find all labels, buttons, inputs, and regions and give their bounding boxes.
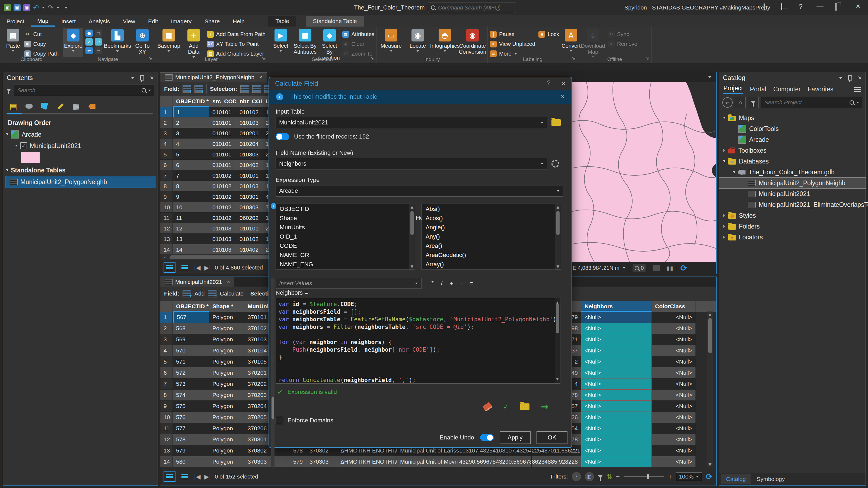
layer-symbol-swatch[interactable] <box>21 152 40 163</box>
ribbon-tab-share[interactable]: Share <box>198 16 226 27</box>
table-cell[interactable]: 575 <box>173 401 209 412</box>
table-cell[interactable]: 010101 <box>236 170 262 181</box>
table-cell[interactable]: 2 <box>173 118 209 128</box>
filter-table-icon[interactable] <box>598 475 603 478</box>
home-icon[interactable]: ⌂ <box>735 97 746 108</box>
row-number-cell[interactable]: 13 <box>160 234 173 244</box>
catalog-item-locators[interactable]: ⌂Locators <box>719 232 866 242</box>
row-number-cell[interactable]: 2 <box>160 118 173 128</box>
row-number-cell[interactable]: 6 <box>160 160 173 170</box>
close-tab-icon[interactable]: × <box>227 279 230 285</box>
table-cell[interactable]: 13 <box>173 234 209 244</box>
ribbon-button-select[interactable]: ▶Select <box>270 28 291 57</box>
neighbors-cell[interactable]: <Null> <box>581 334 652 345</box>
row-number-cell[interactable]: 12 <box>160 223 173 234</box>
helper-item-areageodetic[interactable]: AreaGeodetic() <box>422 250 561 259</box>
helper-item-area[interactable]: Area() <box>422 241 561 250</box>
row-number-cell[interactable]: 9 <box>160 191 173 202</box>
colorclass-cell[interactable]: <Null> <box>652 423 696 434</box>
row-number-cell[interactable]: 7 <box>160 170 173 181</box>
enforce-domains-checkbox[interactable] <box>276 417 283 424</box>
table-row[interactable]: 14580Polygon370303579370303ΔΗΜΟΤΙΚΗ ΕΝΟΤ… <box>160 456 716 467</box>
expand-arrow-icon[interactable] <box>723 214 725 217</box>
hidden-tabs-chevron-icon[interactable] <box>708 76 712 78</box>
row-number-cell[interactable]: 1 <box>160 107 173 118</box>
catalog-search[interactable] <box>761 97 862 108</box>
customize-qat-icon[interactable] <box>65 7 68 9</box>
colorclass-cell[interactable]: <Null> <box>652 412 696 423</box>
table-cell[interactable]: 9 <box>173 191 209 202</box>
ribbon-contextual-tab-standalone-table[interactable]: Standalone Table <box>306 16 364 27</box>
row-number-cell[interactable]: 11 <box>160 213 173 223</box>
ribbon-tab-insert[interactable]: Insert <box>55 16 82 27</box>
ribbon-button-explore[interactable]: ◆Explore <box>63 28 83 57</box>
collapse-arrow-icon[interactable] <box>723 117 725 119</box>
ribbon-button-copy[interactable]: ▣Copy <box>24 39 59 48</box>
neighbors-cell[interactable]: <Null> <box>581 434 652 445</box>
catalog-search-input[interactable] <box>764 99 847 106</box>
notifications-bell-icon[interactable] <box>781 4 782 10</box>
expand-arrow-icon[interactable] <box>6 169 8 172</box>
column-header-objectid[interactable]: OBJECTID * <box>173 301 209 312</box>
refresh-map-icon[interactable]: ⟳ <box>680 263 687 273</box>
expand-arrow-icon[interactable] <box>723 225 725 228</box>
table-cell[interactable]: 010303 <box>236 149 262 160</box>
table-cell[interactable]: 010103 <box>236 181 262 191</box>
neighbors-cell[interactable]: <Null> <box>581 345 652 356</box>
table-cell[interactable]: 010101 <box>209 118 236 128</box>
table-cell[interactable]: 6 <box>173 160 209 170</box>
close-icon[interactable]: × <box>150 74 154 82</box>
group-launcher-icon[interactable]: ⇲ <box>371 56 374 61</box>
column-header-colorclass[interactable]: ColorClass <box>652 301 696 312</box>
browse-folder-icon[interactable] <box>552 119 561 126</box>
filter-icon[interactable] <box>748 97 759 108</box>
list-by-labeling-icon[interactable] <box>86 101 98 112</box>
table-cell[interactable]: Polygon <box>209 312 244 323</box>
group-launcher-icon[interactable]: ⇲ <box>645 56 649 61</box>
helpers-list[interactable]: ▲▼ Abs()Acos()Angle()Any()Area()AreaGeod… <box>422 204 561 270</box>
table-cell[interactable]: 5 <box>173 149 209 160</box>
neighbors-cell[interactable]: <Null> <box>581 412 652 423</box>
minimize-button[interactable]: — <box>816 2 824 10</box>
first-record-icon[interactable]: |◀ <box>194 264 200 271</box>
catalog-tab-computer[interactable]: Computer <box>773 86 801 93</box>
select-by-attributes-icon[interactable] <box>240 85 249 93</box>
table-cell[interactable]: Polygon <box>209 356 244 367</box>
expand-arrow-icon[interactable] <box>15 145 18 147</box>
panel-menu-chevron-icon[interactable] <box>839 77 842 79</box>
select-tool-icon[interactable] <box>653 265 660 271</box>
column-header-src-code[interactable]: src_CODE <box>209 96 236 107</box>
catalog-item-maps[interactable]: Maps <box>719 112 866 123</box>
table-cell[interactable]: Polygon <box>209 401 244 412</box>
table-cell[interactable]: 010101 <box>209 128 236 138</box>
table-cell[interactable]: Polygon <box>209 379 244 390</box>
device-icon[interactable] <box>764 4 765 10</box>
close-button[interactable]: × <box>856 2 860 10</box>
zoom-slider[interactable] <box>624 476 664 477</box>
close-icon[interactable]: × <box>858 74 862 82</box>
colorclass-cell[interactable]: <Null> <box>652 445 696 456</box>
ribbon-tab-view[interactable]: View <box>116 16 142 27</box>
map-canvas[interactable] <box>570 82 716 262</box>
table-cell[interactable]: 010402 <box>236 160 262 170</box>
table-cell[interactable]: 572 <box>173 367 209 379</box>
table-cell[interactable]: 580 <box>173 456 209 467</box>
table-cell[interactable]: 571 <box>173 356 209 367</box>
table-cell[interactable]: 010103 <box>236 118 262 128</box>
contents-search-input[interactable] <box>17 87 140 94</box>
dialog-close-icon[interactable]: × <box>561 79 565 88</box>
neighbors-cell[interactable]: <Null> <box>581 323 652 334</box>
group-launcher-icon[interactable]: ⇲ <box>149 56 152 61</box>
last-record-icon[interactable]: ▶| <box>204 264 211 271</box>
dialog-help-icon[interactable]: ? <box>547 79 551 88</box>
neighbors-cell[interactable]: <Null> <box>581 356 652 367</box>
table-cell[interactable]: 10 <box>173 202 209 213</box>
row-number-cell[interactable]: 6 <box>160 367 173 379</box>
colorclass-cell[interactable]: <Null> <box>652 390 696 401</box>
table-cell[interactable]: 370303 <box>306 456 337 467</box>
row-number-cell[interactable]: 12 <box>160 434 173 445</box>
ribbon-button-view-unplaced[interactable]: ×View Unplaced <box>490 39 535 48</box>
table-cell[interactable]: 010102 <box>209 202 236 213</box>
field-item-oid-1[interactable]: OID_1 <box>276 231 415 241</box>
search-options-chevron-icon[interactable] <box>148 90 151 91</box>
